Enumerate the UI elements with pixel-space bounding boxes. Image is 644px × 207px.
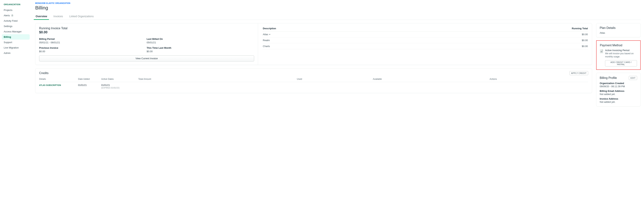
sidebar-item-activity-feed[interactable]: Activity Feed (2, 18, 30, 23)
col-details: Details (39, 76, 78, 82)
org-created-value: 09/09/20 - 06:11:39 PM (600, 85, 637, 88)
this-time-last-month-label: This Time Last Month (147, 46, 254, 49)
row-desc: Realm (262, 37, 411, 43)
right-column: Plan Details Atlas Payment Method Active… (596, 23, 641, 106)
running-total-table: Description Running Total Atlas $0.00 Re… (262, 25, 588, 49)
credits-row: ATLAS SUBSCRIPTION 01/01/21 01/01/21 (EX… (39, 82, 588, 90)
credit-expires: (EXPIRES 01/01/22) (101, 87, 136, 89)
running-invoice-summary: Running Invoice Total $0.00 Billing Peri… (36, 23, 258, 65)
sidebar: ORGANIZATION Projects Alerts 0 Activity … (0, 0, 32, 110)
col-running-total: Running Total (411, 25, 588, 31)
running-invoice-title: Running Invoice Total (39, 27, 254, 30)
credits-card: Credits APPLY CREDIT Details Date Added … (35, 68, 592, 93)
sidebar-item-access-manager[interactable]: Access Manager (2, 29, 30, 34)
sidebar-item-label: Support (4, 41, 12, 44)
row-total: $0.00 (411, 43, 588, 49)
sidebar-item-label: Activity Feed (4, 19, 18, 22)
sidebar-item-projects[interactable]: Projects (2, 7, 30, 13)
payment-method-title: Payment Method (600, 44, 637, 47)
apply-credit-button[interactable]: APPLY CREDIT (570, 71, 588, 75)
caret-down-icon (269, 34, 270, 35)
billing-email-label: Billing Email Address (600, 90, 637, 92)
previous-invoice-label: Previous Invoice (39, 46, 147, 49)
billing-email-value: Not added yet. (600, 93, 637, 96)
payment-method-subtext: We will invoice you based on monthly usa… (605, 52, 637, 58)
running-total-row-atlas[interactable]: Atlas $0.00 (262, 31, 588, 37)
col-available: Available (373, 76, 490, 82)
sidebar-heading: ORGANIZATION (2, 2, 30, 7)
sidebar-item-label: Settings (4, 25, 12, 27)
sidebar-item-label: Admin (4, 52, 10, 54)
payment-method-card: Payment Method Active Invoicing Period W… (596, 40, 641, 70)
payment-method-subtitle: Active Invoicing Period (605, 49, 637, 52)
tabs: Overview Invoices Linked Organizations (35, 13, 641, 20)
invoice-icon (600, 49, 603, 53)
col-used: Used (297, 76, 373, 82)
breadcrumb[interactable]: MONGODB ELASTIC ORGANIZATION (35, 2, 641, 4)
running-total-row-charts: Charts $0.00 (262, 43, 588, 49)
credits-title: Credits (39, 71, 48, 75)
billing-period-label: Billing Period (39, 38, 147, 40)
col-total-amount: Total Amount (138, 76, 297, 82)
sidebar-item-live-migration[interactable]: Live Migration (2, 45, 30, 50)
running-total-row-realm: Realm $0.00 (262, 37, 588, 43)
credits-table: Details Date Added Active Dates Total Am… (39, 76, 588, 90)
alerts-badge: 0 (11, 14, 14, 17)
sidebar-item-billing[interactable]: Billing (2, 34, 30, 40)
sidebar-item-support[interactable]: Support (2, 40, 30, 45)
page-title: Billing (35, 5, 641, 11)
sidebar-item-label: Access Manager (4, 30, 22, 33)
tab-linked-organizations[interactable]: Linked Organizations (69, 13, 94, 20)
sidebar-item-label: Live Migration (4, 46, 19, 49)
billing-period-value: 05/01/21 - 06/01/21 (39, 41, 147, 44)
running-total-breakdown: Description Running Total Atlas $0.00 Re… (258, 23, 592, 65)
invoice-address-value: Not added yet. (600, 101, 637, 103)
tab-overview[interactable]: Overview (35, 13, 48, 20)
col-active-dates: Active Dates (101, 76, 138, 82)
org-created-label: Organization Created (600, 82, 637, 85)
credit-details-tag[interactable]: ATLAS SUBSCRIPTION (39, 84, 61, 86)
credit-date-added: 01/01/21 (78, 82, 101, 90)
sidebar-item-alerts[interactable]: Alerts 0 (2, 13, 30, 18)
plan-details-plan: Atlas (600, 31, 637, 34)
col-actions: Actions (490, 76, 588, 82)
running-invoice-card: Running Invoice Total $0.00 Billing Peri… (35, 23, 592, 65)
sidebar-item-settings[interactable]: Settings (2, 23, 30, 29)
credit-active-from: 01/01/21 (101, 84, 136, 86)
last-billed-value: 05/01/21 (147, 41, 254, 44)
sidebar-item-label: Alerts (4, 14, 10, 17)
view-current-invoice-button[interactable]: View Current Invoice (39, 55, 254, 61)
this-time-last-month-value: $0.00 (147, 50, 254, 53)
sidebar-item-label: Projects (4, 9, 12, 11)
main-content: MONGODB ELASTIC ORGANIZATION Billing Ove… (32, 0, 644, 110)
edit-billing-profile-button[interactable]: EDIT (629, 76, 637, 80)
running-invoice-amount: $0.00 (39, 30, 254, 34)
plan-details-card: Plan Details Atlas (596, 23, 641, 37)
billing-profile-title: Billing Profile (600, 76, 617, 80)
row-total: $0.00 (411, 31, 588, 37)
row-total: $0.00 (411, 37, 588, 43)
last-billed-label: Last Billed On (147, 38, 254, 40)
invoice-address-label: Invoice Address (600, 97, 637, 100)
add-credit-card-button[interactable]: ADD CREDIT CARD / PAYPAL (605, 60, 637, 66)
plan-details-title: Plan Details (600, 26, 637, 30)
billing-profile-card: Billing Profile EDIT Organization Create… (596, 73, 641, 106)
sidebar-item-admin[interactable]: Admin (2, 50, 30, 56)
col-date-added: Date Added (78, 76, 101, 82)
tab-invoices[interactable]: Invoices (53, 13, 63, 20)
previous-invoice-value: $0.00 (39, 50, 147, 53)
sidebar-item-label: Billing (4, 35, 11, 38)
row-desc: Atlas (263, 33, 268, 36)
row-desc: Charts (262, 43, 411, 49)
col-description: Description (262, 25, 411, 31)
